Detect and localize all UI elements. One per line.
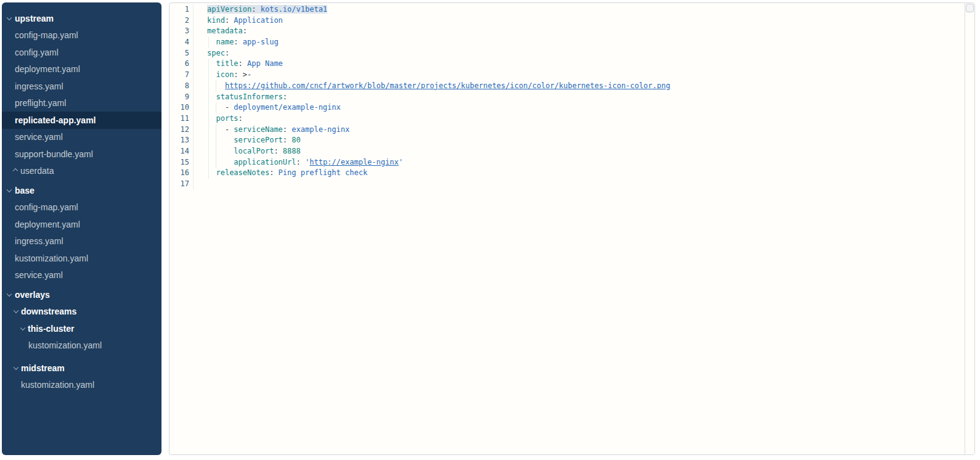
code-line[interactable]: 9 statusInformers: [169, 92, 965, 103]
line-number: 17 [169, 179, 194, 190]
chevron-down-icon [7, 187, 12, 192]
code-line[interactable]: 7 icon: >- [169, 70, 965, 81]
code-line[interactable]: 14 localPort: 8888 [169, 146, 965, 157]
url-link[interactable]: http://example-nginx [309, 158, 399, 166]
code-token: : [234, 70, 238, 79]
sidebar-item-userdata[interactable]: userdata [2, 163, 161, 180]
code-token: Ping preflight check [274, 168, 367, 177]
sidebar-item-upstream[interactable]: upstream [2, 10, 161, 27]
sidebar-item-label: upstream [15, 14, 54, 23]
code-token: app-slug [239, 38, 279, 46]
line-number: 15 [169, 157, 194, 168]
code-token: ports [216, 114, 238, 123]
code-line[interactable]: 1apiVersion: kots.io/v1beta1 [169, 4, 965, 15]
sidebar-item-this-cluster[interactable]: this-cluster [2, 320, 161, 337]
code-token: : [225, 49, 229, 57]
code-line[interactable]: 16 releaseNotes: Ping preflight check [169, 168, 965, 179]
sidebar-item-service-yaml[interactable]: service.yaml [2, 129, 161, 146]
line-number: 11 [169, 113, 194, 125]
sidebar-item-label: ingress.yaml [15, 81, 63, 91]
code-text: localPort: 8888 [194, 146, 965, 157]
code-line[interactable]: 5spec: [169, 48, 965, 59]
code-text: spec: [194, 48, 965, 59]
line-number: 8 [169, 81, 194, 92]
code-token: : [283, 92, 287, 101]
code-line[interactable]: 11 ports: [169, 113, 965, 125]
code-line[interactable]: 2kind: Application [169, 15, 965, 27]
code-token: : [283, 125, 287, 134]
sidebar-item-label: kustomization.yaml [28, 340, 102, 350]
sidebar-item-label: base [15, 186, 35, 195]
line-number: 16 [169, 168, 194, 179]
sidebar-item-kustomization-yaml[interactable]: kustomization.yaml [2, 377, 161, 394]
code-token: : [243, 27, 247, 35]
line-number: 9 [169, 92, 194, 103]
code-text: icon: >- [194, 70, 965, 81]
chevron-down-icon [14, 364, 18, 369]
indent-guide [216, 125, 216, 136]
sidebar-item-label: ingress.yaml [15, 236, 63, 246]
sidebar-item-replicated-app-yaml[interactable]: replicated-app.yaml [2, 112, 161, 129]
sidebar-item-base[interactable]: base [2, 182, 161, 199]
sidebar-item-config-map-yaml[interactable]: config-map.yaml [2, 27, 161, 44]
code-token: : [239, 59, 243, 68]
code-line[interactable]: 17 [169, 179, 965, 190]
code-line[interactable]: 15 applicationUrl: 'http://example-nginx… [169, 157, 965, 168]
sidebar-item-label: preflight.yaml [15, 98, 66, 108]
sidebar-item-label: this-cluster [28, 324, 74, 334]
code-editor[interactable]: 1apiVersion: kots.io/v1beta12kind: Appli… [169, 3, 965, 454]
sidebar-item-ingress-yaml[interactable]: ingress.yaml [2, 78, 161, 95]
sidebar-item-overlays[interactable]: overlays [2, 286, 161, 303]
sidebar-item-label: kustomization.yaml [15, 253, 88, 263]
indent-guide [216, 81, 216, 92]
code-token: localPort [234, 147, 274, 155]
code-text [194, 179, 965, 190]
code-token: App Name [243, 59, 283, 68]
sidebar-item-kustomization-yaml[interactable]: kustomization.yaml [2, 337, 161, 355]
sidebar-item-label: kustomization.yaml [21, 380, 94, 390]
code-token [207, 147, 234, 155]
sidebar-item-label: replicated-app.yaml [15, 115, 96, 125]
sidebar-item-downstreams[interactable]: downstreams [2, 303, 161, 321]
scrollbar-thumb[interactable] [966, 4, 974, 12]
code-text: https://github.com/cncf/artwork/blob/mas… [194, 81, 965, 92]
sidebar-item-config-yaml[interactable]: config.yaml [2, 44, 161, 61]
indent-guide [216, 157, 216, 168]
chevron-down-icon [14, 308, 18, 313]
indent-guide [216, 135, 216, 146]
code-text: kind: Application [194, 15, 965, 27]
sidebar-item-deployment-yaml[interactable]: deployment.yaml [2, 61, 161, 78]
code-text: servicePort: 80 [194, 135, 965, 146]
code-token: spec [207, 49, 225, 57]
sidebar-item-kustomization-yaml[interactable]: kustomization.yaml [2, 250, 161, 267]
sidebar-item-preflight-yaml[interactable]: preflight.yaml [2, 95, 161, 112]
indent-guide [208, 37, 209, 48]
code-line[interactable]: 6 title: App Name [169, 59, 965, 70]
code-token: releaseNotes [216, 168, 269, 177]
sidebar-item-deployment-yaml[interactable]: deployment.yaml [2, 216, 161, 233]
code-line[interactable]: 8 https://github.com/cncf/artwork/blob/m… [169, 81, 965, 92]
code-line[interactable]: 3metadata: [169, 26, 965, 37]
code-text: - deployment/example-nginx [194, 102, 965, 113]
sidebar-item-midstream[interactable]: midstream [2, 359, 161, 377]
chevron-down-icon [20, 325, 25, 330]
code-token: deployment/example-nginx [234, 103, 340, 112]
code-text: title: App Name [194, 59, 965, 70]
code-token: - [225, 103, 234, 112]
sidebar-item-service-yaml[interactable]: service.yaml [2, 267, 161, 284]
sidebar-item-config-map-yaml[interactable]: config-map.yaml [2, 199, 161, 216]
sidebar-item-label: deployment.yaml [15, 220, 80, 229]
code-line[interactable]: 4 name: app-slug [169, 37, 965, 48]
code-token: title [216, 59, 238, 68]
sidebar-item-ingress-yaml[interactable]: ingress.yaml [2, 233, 161, 250]
sidebar-item-label: overlays [15, 290, 50, 300]
sidebar-item-label: config-map.yaml [15, 30, 78, 40]
url-link[interactable]: https://github.com/cncf/artwork/blob/mas… [225, 81, 670, 90]
line-number: 12 [169, 125, 194, 136]
code-line[interactable]: 12 - serviceName: example-nginx [169, 125, 965, 136]
line-number: 14 [169, 146, 194, 157]
code-line[interactable]: 13 servicePort: 80 [169, 135, 965, 146]
editor-scrollbar[interactable] [965, 3, 974, 454]
sidebar-item-support-bundle-yaml[interactable]: support-bundle.yaml [2, 146, 161, 163]
code-line[interactable]: 10 - deployment/example-nginx [169, 102, 965, 113]
